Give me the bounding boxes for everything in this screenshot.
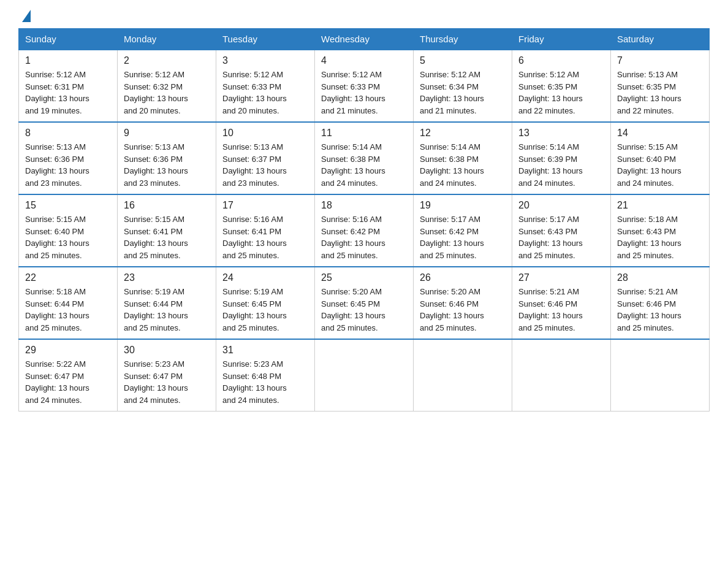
day-info: Sunrise: 5:12 AM Sunset: 6:33 PM Dayligh… bbox=[321, 69, 407, 117]
day-number: 14 bbox=[617, 128, 703, 139]
day-number: 22 bbox=[25, 272, 111, 283]
day-number: 16 bbox=[124, 200, 210, 211]
day-number: 12 bbox=[420, 128, 506, 139]
day-info: Sunrise: 5:18 AM Sunset: 6:44 PM Dayligh… bbox=[25, 286, 111, 334]
calendar-cell: 28 Sunrise: 5:21 AM Sunset: 6:46 PM Dayl… bbox=[611, 267, 710, 339]
day-info: Sunrise: 5:15 AM Sunset: 6:41 PM Dayligh… bbox=[124, 213, 210, 261]
logo-triangle-icon bbox=[22, 10, 31, 22]
calendar-cell: 9 Sunrise: 5:13 AM Sunset: 6:36 PM Dayli… bbox=[118, 122, 216, 194]
day-number: 26 bbox=[420, 272, 506, 283]
calendar-week-row: 22 Sunrise: 5:18 AM Sunset: 6:44 PM Dayl… bbox=[19, 267, 710, 339]
day-info: Sunrise: 5:22 AM Sunset: 6:47 PM Dayligh… bbox=[25, 358, 111, 406]
day-number: 17 bbox=[222, 200, 308, 211]
page-header bbox=[18, 12, 710, 22]
calendar-cell: 22 Sunrise: 5:18 AM Sunset: 6:44 PM Dayl… bbox=[19, 267, 118, 339]
calendar-header-monday: Monday bbox=[118, 29, 216, 50]
calendar-cell: 19 Sunrise: 5:17 AM Sunset: 6:42 PM Dayl… bbox=[414, 194, 512, 267]
day-info: Sunrise: 5:19 AM Sunset: 6:44 PM Dayligh… bbox=[124, 286, 210, 334]
day-info: Sunrise: 5:13 AM Sunset: 6:37 PM Dayligh… bbox=[222, 141, 308, 189]
calendar-week-row: 1 Sunrise: 5:12 AM Sunset: 6:31 PM Dayli… bbox=[19, 50, 710, 122]
calendar-cell: 15 Sunrise: 5:15 AM Sunset: 6:40 PM Dayl… bbox=[19, 194, 118, 267]
calendar-header-saturday: Saturday bbox=[611, 29, 710, 50]
day-info: Sunrise: 5:14 AM Sunset: 6:38 PM Dayligh… bbox=[420, 141, 506, 189]
calendar-table: SundayMondayTuesdayWednesdayThursdayFrid… bbox=[18, 28, 710, 412]
calendar-cell: 14 Sunrise: 5:15 AM Sunset: 6:40 PM Dayl… bbox=[611, 122, 710, 194]
calendar-cell: 2 Sunrise: 5:12 AM Sunset: 6:32 PM Dayli… bbox=[118, 50, 216, 122]
day-number: 31 bbox=[222, 345, 308, 356]
calendar-cell: 10 Sunrise: 5:13 AM Sunset: 6:37 PM Dayl… bbox=[216, 122, 315, 194]
day-info: Sunrise: 5:14 AM Sunset: 6:39 PM Dayligh… bbox=[518, 141, 604, 189]
day-number: 7 bbox=[617, 55, 703, 66]
calendar-cell: 26 Sunrise: 5:20 AM Sunset: 6:46 PM Dayl… bbox=[414, 267, 512, 339]
day-number: 30 bbox=[124, 345, 210, 356]
calendar-header-thursday: Thursday bbox=[414, 29, 512, 50]
calendar-cell: 5 Sunrise: 5:12 AM Sunset: 6:34 PM Dayli… bbox=[414, 50, 512, 122]
day-info: Sunrise: 5:13 AM Sunset: 6:36 PM Dayligh… bbox=[25, 141, 111, 189]
day-number: 28 bbox=[617, 272, 703, 283]
day-info: Sunrise: 5:12 AM Sunset: 6:34 PM Dayligh… bbox=[420, 69, 506, 117]
day-number: 29 bbox=[25, 345, 111, 356]
day-info: Sunrise: 5:14 AM Sunset: 6:38 PM Dayligh… bbox=[321, 141, 407, 189]
day-info: Sunrise: 5:21 AM Sunset: 6:46 PM Dayligh… bbox=[617, 286, 703, 334]
day-info: Sunrise: 5:23 AM Sunset: 6:47 PM Dayligh… bbox=[124, 358, 210, 406]
day-number: 18 bbox=[321, 200, 407, 211]
calendar-cell: 8 Sunrise: 5:13 AM Sunset: 6:36 PM Dayli… bbox=[19, 122, 118, 194]
calendar-cell: 23 Sunrise: 5:19 AM Sunset: 6:44 PM Dayl… bbox=[118, 267, 216, 339]
day-info: Sunrise: 5:12 AM Sunset: 6:32 PM Dayligh… bbox=[124, 69, 210, 117]
calendar-cell: 30 Sunrise: 5:23 AM Sunset: 6:47 PM Dayl… bbox=[118, 339, 216, 412]
day-number: 13 bbox=[518, 128, 604, 139]
day-info: Sunrise: 5:16 AM Sunset: 6:42 PM Dayligh… bbox=[321, 213, 407, 261]
day-info: Sunrise: 5:23 AM Sunset: 6:48 PM Dayligh… bbox=[222, 358, 308, 406]
day-number: 2 bbox=[124, 55, 210, 66]
calendar-cell: 6 Sunrise: 5:12 AM Sunset: 6:35 PM Dayli… bbox=[512, 50, 611, 122]
calendar-header-sunday: Sunday bbox=[19, 29, 118, 50]
day-info: Sunrise: 5:20 AM Sunset: 6:46 PM Dayligh… bbox=[420, 286, 506, 334]
day-number: 21 bbox=[617, 200, 703, 211]
day-info: Sunrise: 5:13 AM Sunset: 6:36 PM Dayligh… bbox=[124, 141, 210, 189]
day-info: Sunrise: 5:17 AM Sunset: 6:43 PM Dayligh… bbox=[518, 213, 604, 261]
day-info: Sunrise: 5:16 AM Sunset: 6:41 PM Dayligh… bbox=[222, 213, 308, 261]
day-number: 19 bbox=[420, 200, 506, 211]
calendar-cell: 1 Sunrise: 5:12 AM Sunset: 6:31 PM Dayli… bbox=[19, 50, 118, 122]
calendar-cell: 7 Sunrise: 5:13 AM Sunset: 6:35 PM Dayli… bbox=[611, 50, 710, 122]
day-number: 3 bbox=[222, 55, 308, 66]
day-info: Sunrise: 5:19 AM Sunset: 6:45 PM Dayligh… bbox=[222, 286, 308, 334]
day-number: 8 bbox=[25, 128, 111, 139]
calendar-header-row: SundayMondayTuesdayWednesdayThursdayFrid… bbox=[19, 29, 710, 50]
day-number: 15 bbox=[25, 200, 111, 211]
day-number: 20 bbox=[518, 200, 604, 211]
day-info: Sunrise: 5:18 AM Sunset: 6:43 PM Dayligh… bbox=[617, 213, 703, 261]
calendar-cell: 13 Sunrise: 5:14 AM Sunset: 6:39 PM Dayl… bbox=[512, 122, 611, 194]
logo bbox=[18, 12, 31, 22]
calendar-cell: 11 Sunrise: 5:14 AM Sunset: 6:38 PM Dayl… bbox=[315, 122, 414, 194]
day-info: Sunrise: 5:12 AM Sunset: 6:33 PM Dayligh… bbox=[222, 69, 308, 117]
day-info: Sunrise: 5:12 AM Sunset: 6:35 PM Dayligh… bbox=[518, 69, 604, 117]
calendar-cell bbox=[611, 339, 710, 412]
calendar-header-tuesday: Tuesday bbox=[216, 29, 315, 50]
calendar-cell bbox=[315, 339, 414, 412]
calendar-header-wednesday: Wednesday bbox=[315, 29, 414, 50]
day-info: Sunrise: 5:20 AM Sunset: 6:45 PM Dayligh… bbox=[321, 286, 407, 334]
calendar-cell: 20 Sunrise: 5:17 AM Sunset: 6:43 PM Dayl… bbox=[512, 194, 611, 267]
day-number: 10 bbox=[222, 128, 308, 139]
calendar-cell bbox=[512, 339, 611, 412]
calendar-cell: 12 Sunrise: 5:14 AM Sunset: 6:38 PM Dayl… bbox=[414, 122, 512, 194]
calendar-cell: 25 Sunrise: 5:20 AM Sunset: 6:45 PM Dayl… bbox=[315, 267, 414, 339]
calendar-cell bbox=[414, 339, 512, 412]
day-number: 27 bbox=[518, 272, 604, 283]
day-number: 9 bbox=[124, 128, 210, 139]
day-number: 11 bbox=[321, 128, 407, 139]
day-number: 4 bbox=[321, 55, 407, 66]
calendar-cell: 29 Sunrise: 5:22 AM Sunset: 6:47 PM Dayl… bbox=[19, 339, 118, 412]
calendar-cell: 16 Sunrise: 5:15 AM Sunset: 6:41 PM Dayl… bbox=[118, 194, 216, 267]
calendar-cell: 21 Sunrise: 5:18 AM Sunset: 6:43 PM Dayl… bbox=[611, 194, 710, 267]
day-info: Sunrise: 5:17 AM Sunset: 6:42 PM Dayligh… bbox=[420, 213, 506, 261]
calendar-week-row: 29 Sunrise: 5:22 AM Sunset: 6:47 PM Dayl… bbox=[19, 339, 710, 412]
calendar-cell: 4 Sunrise: 5:12 AM Sunset: 6:33 PM Dayli… bbox=[315, 50, 414, 122]
day-info: Sunrise: 5:15 AM Sunset: 6:40 PM Dayligh… bbox=[617, 141, 703, 189]
day-info: Sunrise: 5:12 AM Sunset: 6:31 PM Dayligh… bbox=[25, 69, 111, 117]
day-number: 24 bbox=[222, 272, 308, 283]
day-info: Sunrise: 5:15 AM Sunset: 6:40 PM Dayligh… bbox=[25, 213, 111, 261]
day-number: 5 bbox=[420, 55, 506, 66]
day-info: Sunrise: 5:13 AM Sunset: 6:35 PM Dayligh… bbox=[617, 69, 703, 117]
